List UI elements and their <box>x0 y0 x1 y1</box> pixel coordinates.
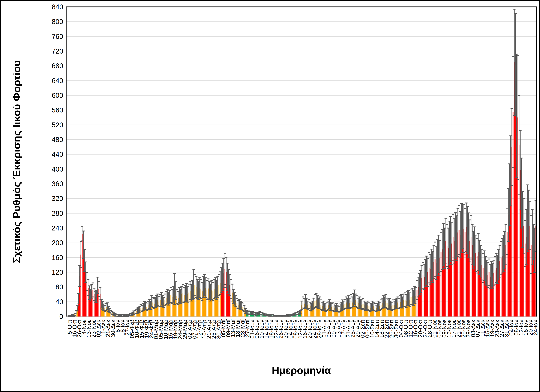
y-tick-label: 560 <box>52 106 63 114</box>
y-tick-label: 400 <box>52 165 63 173</box>
x-axis-title: Ημερομηνία <box>272 364 331 376</box>
y-tick-label: 360 <box>52 180 63 188</box>
bars <box>69 62 536 317</box>
y-tick-label: 640 <box>52 77 63 85</box>
chart-frame: 0408012016020024028032036040044048052056… <box>0 0 540 392</box>
y-tick-label: 720 <box>52 47 63 55</box>
y-tick-label: 240 <box>52 224 63 232</box>
bar <box>82 234 83 317</box>
y-tick-label: 0 <box>60 313 63 320</box>
y-axis-tick-labels: 0408012016020024028032036040044048052056… <box>52 3 63 320</box>
y-tick-label: 760 <box>52 33 63 40</box>
y-tick-label: 280 <box>52 210 63 217</box>
y-tick-label: 480 <box>52 136 63 143</box>
x-tick-label: 24-ιαν <box>532 320 539 335</box>
error-bars <box>68 9 537 317</box>
y-tick-label: 600 <box>52 91 63 99</box>
y-tick-label: 800 <box>52 18 63 25</box>
y-tick-label: 840 <box>52 3 63 11</box>
y-tick-label: 80 <box>56 283 63 291</box>
y-tick-label: 160 <box>52 254 63 261</box>
y-tick-label: 680 <box>52 62 63 70</box>
y-tick-label: 120 <box>52 268 63 276</box>
y-tick-label: 320 <box>52 195 63 202</box>
x-axis-tick-labels: 5-Οκτ16-Οκτ26-Οκτ4-Νοε13-Νοε23-Νοε02-Δεκ… <box>66 319 539 339</box>
y-tick-label: 200 <box>52 239 63 246</box>
bar-chart-plot-area: 0408012016020024028032036040044048052056… <box>1 1 540 392</box>
y-tick-label: 520 <box>52 121 63 129</box>
y-tick-label: 40 <box>56 298 63 306</box>
y-axis-title: Σχετικός Ρυθμός Έκκρισης Ιικού Φορτίου <box>11 60 23 263</box>
y-tick-label: 440 <box>52 151 63 158</box>
